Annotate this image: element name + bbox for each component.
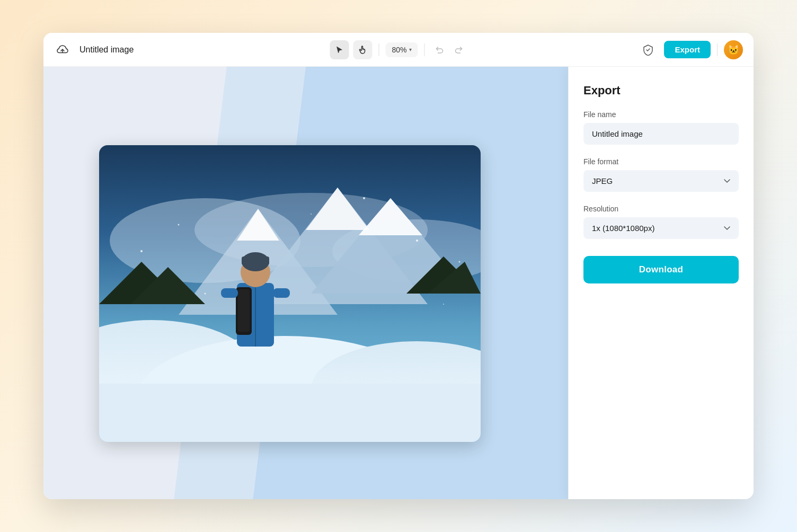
toolbar-center: 80% ▾ <box>330 40 467 59</box>
svg-point-33 <box>311 214 312 215</box>
undo-redo-group <box>431 41 467 58</box>
redo-button[interactable] <box>450 41 467 58</box>
pointer-tool-button[interactable] <box>330 40 349 59</box>
resolution-select[interactable]: 1x (1080*1080px) 2x (2160*2160px) 0.5x (… <box>583 217 739 239</box>
logo-icon <box>54 41 71 58</box>
export-panel: Export File name File format JPEG PNG SV… <box>568 67 754 499</box>
svg-point-30 <box>178 224 180 226</box>
resolution-label: Resolution <box>583 205 739 213</box>
file-name-input[interactable] <box>583 123 739 145</box>
file-format-label: File format <box>583 157 739 166</box>
svg-rect-25 <box>238 289 250 332</box>
canvas-area[interactable] <box>43 67 568 499</box>
file-format-group: File format JPEG PNG SVG PDF <box>583 157 739 192</box>
svg-rect-23 <box>242 256 269 265</box>
svg-point-35 <box>205 293 206 295</box>
app-window: Untitled image 80% ▾ <box>43 33 754 499</box>
zoom-control[interactable]: 80% ▾ <box>385 42 418 57</box>
download-button[interactable]: Download <box>583 256 739 283</box>
toolbar-right: Export 🐱 <box>639 40 743 59</box>
hand-tool-button[interactable] <box>353 40 372 59</box>
avatar[interactable]: 🐱 <box>724 40 743 59</box>
svg-point-34 <box>363 197 365 199</box>
divider-2 <box>424 43 425 56</box>
divider-1 <box>378 43 379 56</box>
svg-rect-28 <box>273 288 290 298</box>
main-content: Export File name File format JPEG PNG SV… <box>43 67 754 499</box>
svg-point-36 <box>443 304 444 305</box>
zoom-value: 80% <box>392 46 406 54</box>
snow-scene <box>99 145 481 442</box>
file-format-select[interactable]: JPEG PNG SVG PDF <box>583 170 739 192</box>
toolbar: Untitled image 80% ▾ <box>43 33 754 67</box>
file-name-group: File name <box>583 110 739 145</box>
image-frame <box>99 145 481 442</box>
shield-button[interactable] <box>639 40 658 59</box>
divider-3 <box>717 43 718 56</box>
undo-button[interactable] <box>431 41 448 58</box>
doc-title: Untitled image <box>79 45 134 55</box>
export-button[interactable]: Export <box>664 41 711 58</box>
svg-rect-27 <box>221 288 238 298</box>
svg-point-31 <box>416 240 418 242</box>
zoom-chevron-icon: ▾ <box>409 47 412 52</box>
svg-point-32 <box>459 261 461 263</box>
svg-point-29 <box>140 250 143 252</box>
svg-rect-19 <box>99 384 481 442</box>
panel-title: Export <box>583 84 739 97</box>
file-name-label: File name <box>583 110 739 119</box>
resolution-group: Resolution 1x (1080*1080px) 2x (2160*216… <box>583 205 739 239</box>
